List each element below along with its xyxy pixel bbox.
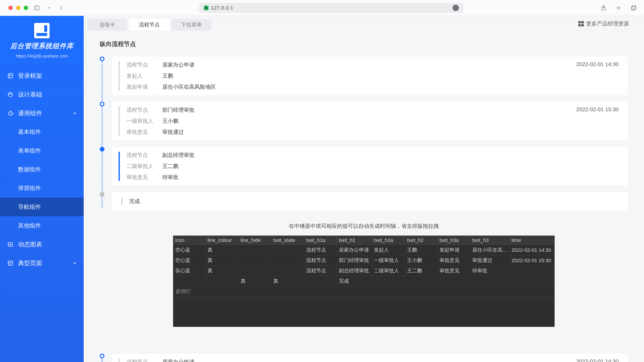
sidebar-sub-data[interactable]: 数据组件 xyxy=(0,160,84,179)
tab-bar: 选项卡 流程节点 下拉菜单 更多产品经理资源 xyxy=(84,16,644,32)
sidebar-sub-nav[interactable]: 导航组件 xyxy=(0,198,84,216)
close-window-button[interactable] xyxy=(8,6,13,10)
chevron-down-icon[interactable] xyxy=(46,4,53,11)
sidebar-item-design[interactable]: 设计基础 xyxy=(0,85,84,104)
sidebar-item-label: 登录框架 xyxy=(18,72,42,80)
timeline-dot-icon xyxy=(100,192,104,197)
section-title: 纵向流程节点 xyxy=(100,40,628,48)
sidebar-sub-popup[interactable]: 弹层组件 xyxy=(0,179,84,198)
tab-dropdown[interactable]: 下拉菜单 xyxy=(172,19,212,31)
zoom-window-button[interactable] xyxy=(24,6,28,10)
window-controls xyxy=(8,6,28,10)
table-row[interactable]: 实心蓝真流程节点副总经理审批二级审批人王二鹏审批意见待审批 xyxy=(173,266,555,276)
logo-icon xyxy=(34,23,50,38)
site-lock-icon xyxy=(204,5,208,10)
sidebar-sub-other[interactable]: 其他组件 xyxy=(0,216,84,235)
apps-icon xyxy=(578,21,584,26)
logo-block: 后台管理系统组件库 https://4njy5b.axshare.com xyxy=(0,23,84,66)
sidebar-toggle-icon[interactable] xyxy=(33,4,40,11)
timeline: 流程节点居家办公申请 2022-02-01 14:30 xyxy=(100,354,628,362)
svg-point-12 xyxy=(9,93,10,94)
chevron-up-icon xyxy=(73,110,77,117)
sidebar-item-components[interactable]: 通用组件 xyxy=(0,104,84,123)
timeline-step: 流程节点居家办公申请 2022-02-01 14:30 xyxy=(104,354,628,362)
layout-icon xyxy=(7,260,14,267)
tabs-overview-icon[interactable] xyxy=(630,4,637,11)
sidebar-item-pages[interactable]: 典型页面 xyxy=(0,254,84,273)
sidebar-sub-form[interactable]: 表单组件 xyxy=(0,141,84,160)
sidebar-item-label: 设计基础 xyxy=(18,90,42,99)
table-row[interactable]: 空心蓝真流程节点居家办公申请发起人王鹏发起申请居住小区在高…2022-02-01… xyxy=(173,245,555,255)
card-accent-bar xyxy=(121,198,122,205)
svg-rect-2 xyxy=(205,8,207,9)
sidebar: 后台管理系统组件库 https://4njy5b.axshare.com 登录框… xyxy=(0,16,84,362)
table-add-row[interactable]: 新增行 xyxy=(173,286,555,297)
timeline-dot-icon xyxy=(100,354,104,358)
card-accent-bar xyxy=(118,358,120,362)
timeline-line xyxy=(102,57,102,207)
minimize-window-button[interactable] xyxy=(16,6,20,10)
tab-process-node[interactable]: 流程节点 xyxy=(129,19,169,31)
timeline-card: 完成 xyxy=(112,192,628,211)
chevron-down-icon xyxy=(73,260,77,267)
puzzle-icon xyxy=(7,110,14,117)
back-icon[interactable] xyxy=(58,4,65,11)
share-icon[interactable] xyxy=(600,4,607,11)
svg-point-11 xyxy=(8,92,12,97)
timeline-card: 流程节点居家办公申请 2022-02-01 14:30 xyxy=(112,354,628,362)
table-row[interactable]: 真真完成 xyxy=(173,276,555,286)
reader-icon[interactable] xyxy=(452,5,459,11)
svg-point-13 xyxy=(11,94,12,94)
timeline-dot-icon xyxy=(100,102,104,106)
timeline-card: 流程节点部门经理审批 一级审批人王小鹏 审批意见审批通过 2022-02-01 … xyxy=(112,102,628,140)
sidebar-item-label: 动态图表 xyxy=(18,240,42,249)
main-content: 选项卡 流程节点 下拉菜单 更多产品经理资源 纵向流程节点 xyxy=(84,16,644,362)
repeater-table[interactable]: icon line_colour line_hide txet_state tx… xyxy=(173,236,555,327)
sidebar-item-label: 典型页面 xyxy=(18,259,42,267)
hint-text: 在中继器中填写相应的值可以自动生成时间轴，省去排版拖拉拽 xyxy=(100,223,628,230)
timeline-card: 流程节点居家办公申请 发起人王鹏 发起申请居住小区在高风险地区 2022-02-… xyxy=(112,56,628,95)
timeline: 流程节点居家办公申请 发起人王鹏 发起申请居住小区在高风险地区 2022-02-… xyxy=(100,56,628,211)
svg-rect-18 xyxy=(8,261,12,265)
palette-icon xyxy=(7,91,14,98)
sidebar-item-charts[interactable]: 动态图表 xyxy=(0,235,84,254)
card-accent-bar xyxy=(118,61,120,91)
sidebar-item-login[interactable]: 登录框架 xyxy=(0,66,84,85)
sidebar-item-label: 通用组件 xyxy=(18,109,42,117)
app-title: 后台管理系统组件库 xyxy=(10,41,74,50)
timeline-dot-icon xyxy=(100,147,104,152)
sidebar-nav: 登录框架 设计基础 通用组件 基本组件 表单组件 数据组件 弹层组件 导航组件 … xyxy=(0,66,84,273)
timeline-time: 2022-02-01 14:30 xyxy=(576,358,618,362)
chart-icon xyxy=(7,241,14,248)
timeline-step: 流程节点部门经理审批 一级审批人王小鹏 审批意见审批通过 2022-02-01 … xyxy=(104,102,628,140)
timeline-step-final: 完成 xyxy=(104,192,628,211)
svg-rect-0 xyxy=(34,6,39,10)
timeline-step-current: 流程节点副总经理审批 二级审批人王二鹏 审批意见待审批 xyxy=(104,147,628,186)
timeline-dot-icon xyxy=(100,56,104,61)
timeline-time: 2022-02-01 15:30 xyxy=(576,106,618,113)
more-resources-link[interactable]: 更多产品经理资源 xyxy=(578,20,629,27)
address-url: 127.0.0.1 xyxy=(211,5,233,11)
grid-icon xyxy=(7,72,14,79)
timeline-step: 流程节点居家办公申请 发起人王鹏 发起申请居住小区在高风险地区 2022-02-… xyxy=(104,56,628,95)
new-tab-icon[interactable] xyxy=(615,4,622,11)
card-accent-bar xyxy=(118,152,120,181)
app-subtitle: https://4njy5b.axshare.com xyxy=(16,53,68,59)
address-bar[interactable]: 127.0.0.1 xyxy=(199,3,464,13)
tab-options[interactable]: 选项卡 xyxy=(87,19,127,31)
sidebar-sub-basic[interactable]: 基本组件 xyxy=(0,123,84,141)
table-head: icon line_colour line_hide txet_state tx… xyxy=(173,236,555,245)
browser-titlebar: 127.0.0.1 xyxy=(0,0,644,16)
card-accent-bar xyxy=(118,106,120,136)
timeline-card: 流程节点副总经理审批 二级审批人王二鹏 审批意见待审批 xyxy=(112,147,628,186)
table-row[interactable]: 空心蓝真流程节点部门经理审批一级审批人王小鹏审批意见审批通过2022-02-01… xyxy=(173,255,555,266)
timeline-time: 2022-02-01 14:30 xyxy=(576,61,618,67)
scroll-area[interactable]: 纵向流程节点 流程节点居家办公申请 发起人王鹏 发起申请居住小区在高风险地区 xyxy=(84,32,644,362)
svg-rect-8 xyxy=(8,74,12,78)
